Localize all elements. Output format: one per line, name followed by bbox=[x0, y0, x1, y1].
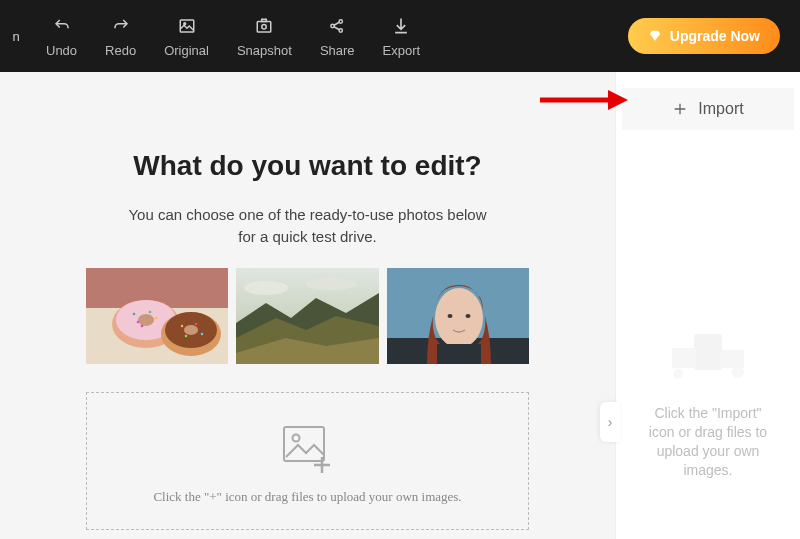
sample-images-row bbox=[86, 268, 529, 364]
toolbar-buttons: Undo Redo Original Snapshot bbox=[32, 9, 434, 64]
svg-point-1 bbox=[183, 22, 185, 24]
main-area: What do you want to edit? You can choose… bbox=[0, 72, 800, 539]
undo-icon bbox=[51, 15, 73, 37]
svg-rect-31 bbox=[437, 344, 481, 364]
svg-point-40 bbox=[732, 366, 744, 378]
share-label: Share bbox=[320, 43, 355, 58]
svg-point-30 bbox=[435, 288, 483, 348]
svg-rect-37 bbox=[672, 348, 696, 368]
share-icon bbox=[327, 15, 347, 37]
svg-point-33 bbox=[465, 314, 470, 318]
top-toolbar: n Undo Redo Original Snaps bbox=[0, 0, 800, 72]
svg-rect-4 bbox=[262, 19, 267, 21]
svg-point-3 bbox=[262, 24, 267, 29]
sidebar-empty-hint: Click the "Import" icon or drag files to… bbox=[616, 322, 800, 480]
svg-point-12 bbox=[138, 314, 154, 326]
svg-rect-38 bbox=[720, 350, 744, 368]
subtitle-line2: for a quick test drive. bbox=[238, 228, 376, 245]
sample-image-landscape[interactable] bbox=[236, 268, 378, 364]
svg-point-26 bbox=[244, 281, 288, 295]
svg-point-16 bbox=[133, 312, 136, 315]
redo-button[interactable]: Redo bbox=[91, 9, 150, 64]
annotation-arrow bbox=[538, 88, 628, 112]
svg-point-21 bbox=[181, 324, 183, 326]
plus-icon bbox=[672, 101, 688, 117]
svg-point-19 bbox=[149, 310, 152, 313]
svg-rect-34 bbox=[284, 427, 324, 461]
chevron-right-icon: › bbox=[608, 414, 613, 430]
svg-point-27 bbox=[305, 278, 357, 290]
upgrade-now-button[interactable]: Upgrade Now bbox=[628, 18, 780, 54]
sidebar-collapse-handle[interactable]: › bbox=[600, 402, 620, 442]
svg-point-39 bbox=[673, 369, 683, 379]
image-icon bbox=[177, 15, 197, 37]
import-button[interactable]: Import bbox=[622, 88, 794, 130]
empty-images-icon bbox=[658, 322, 758, 392]
svg-point-20 bbox=[137, 320, 140, 323]
snapshot-button[interactable]: Snapshot bbox=[223, 9, 306, 64]
add-image-icon bbox=[278, 423, 338, 473]
sample-image-donuts[interactable] bbox=[86, 268, 228, 364]
undo-button[interactable]: Undo bbox=[32, 9, 91, 64]
svg-point-22 bbox=[195, 322, 197, 324]
original-label: Original bbox=[164, 43, 209, 58]
original-button[interactable]: Original bbox=[150, 9, 223, 64]
download-icon bbox=[391, 15, 411, 37]
subtitle-line1: You can choose one of the ready-to-use p… bbox=[128, 206, 486, 223]
camera-icon bbox=[254, 15, 274, 37]
upload-dropzone[interactable]: Click the "+" icon or drag files to uplo… bbox=[86, 392, 529, 530]
redo-icon bbox=[110, 15, 132, 37]
diamond-icon bbox=[648, 29, 662, 43]
svg-point-7 bbox=[339, 28, 342, 31]
svg-point-18 bbox=[155, 316, 158, 319]
svg-point-24 bbox=[185, 334, 187, 336]
page-title: What do you want to edit? bbox=[0, 150, 615, 182]
share-button[interactable]: Share bbox=[306, 9, 369, 64]
redo-label: Redo bbox=[105, 43, 136, 58]
editor-canvas-pane: What do you want to edit? You can choose… bbox=[0, 72, 615, 539]
snapshot-label: Snapshot bbox=[237, 43, 292, 58]
sidebar-hint-text: Click the "Import" icon or drag files to… bbox=[628, 404, 788, 480]
undo-label: Undo bbox=[46, 43, 77, 58]
svg-point-35 bbox=[292, 434, 299, 441]
svg-point-6 bbox=[339, 19, 342, 22]
svg-point-23 bbox=[201, 332, 203, 334]
export-button[interactable]: Export bbox=[369, 9, 435, 64]
svg-point-5 bbox=[331, 24, 334, 27]
welcome-panel: What do you want to edit? You can choose… bbox=[0, 72, 615, 530]
right-sidebar: Import Click the "Import" icon or drag f… bbox=[615, 72, 800, 539]
svg-point-32 bbox=[447, 314, 452, 318]
page-subtitle: You can choose one of the ready-to-use p… bbox=[93, 204, 523, 248]
export-label: Export bbox=[383, 43, 421, 58]
svg-point-15 bbox=[184, 325, 198, 335]
truncated-tool-label: n bbox=[10, 29, 22, 44]
import-label: Import bbox=[698, 100, 743, 118]
svg-point-17 bbox=[141, 324, 144, 327]
sample-image-portrait[interactable] bbox=[387, 268, 529, 364]
svg-rect-2 bbox=[258, 21, 272, 32]
upgrade-label: Upgrade Now bbox=[670, 28, 760, 44]
svg-marker-42 bbox=[608, 90, 628, 110]
svg-rect-36 bbox=[694, 334, 722, 370]
dropzone-text: Click the "+" icon or drag files to uplo… bbox=[97, 489, 518, 505]
